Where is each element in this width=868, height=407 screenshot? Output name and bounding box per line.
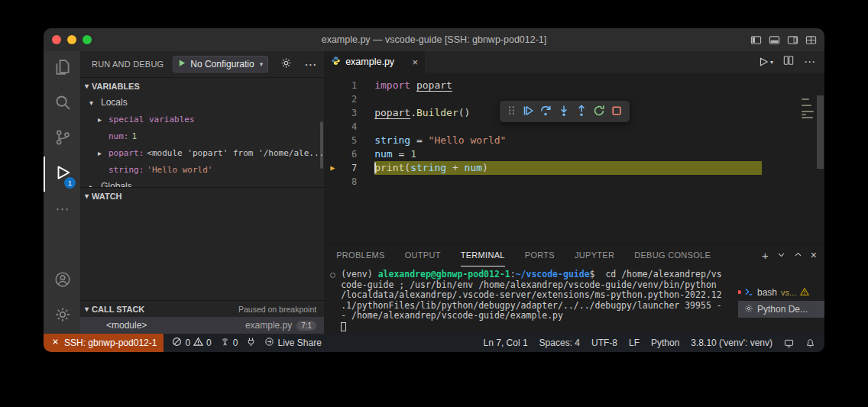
variable-num[interactable]: num: 1 — [80, 128, 324, 144]
remote-indicator[interactable]: SSH: gbnwp-pod012-1 — [44, 334, 164, 352]
chevron-down-icon: ▾ — [85, 192, 89, 200]
panel-tab-output[interactable]: OUTPUT — [405, 244, 441, 266]
editor-scrollbar[interactable] — [817, 95, 824, 169]
titlebar[interactable]: example.py — vscode-guide [SSH: gbnwp-po… — [44, 28, 824, 51]
code-line-8[interactable]: 8 — [324, 175, 824, 189]
close-panel-icon[interactable]: × — [811, 249, 817, 261]
port-forward-indicator[interactable]: 0 — [220, 337, 238, 349]
terminal-tab-python-debug[interactable]: Python De... — [738, 301, 824, 318]
tab-example-py[interactable]: example.py × — [324, 51, 425, 73]
panel-tab-jupyter[interactable]: JUPYTER — [575, 244, 614, 266]
split-editor-icon[interactable] — [783, 55, 794, 69]
debug-settings-gear-icon[interactable] — [280, 57, 292, 71]
variables-header-label: VARIABLES — [92, 82, 140, 91]
window-title: example.py — vscode-guide [SSH: gbnwp-po… — [44, 34, 824, 45]
activity-additional-views[interactable]: ⋯ — [44, 192, 80, 227]
debug-step-out-icon[interactable] — [575, 105, 588, 119]
ports-indicator[interactable] — [246, 337, 256, 349]
terminal-error-dot-icon — [738, 290, 741, 294]
new-terminal-icon[interactable]: + — [762, 249, 769, 262]
more-views-icon: ⋯ — [56, 201, 70, 218]
sidebar-scrollbar[interactable] — [320, 121, 323, 169]
code-line-1[interactable]: 1import popart — [324, 79, 824, 92]
panel-tab-debug-console[interactable]: DEBUG CONSOLE — [634, 244, 711, 266]
toggle-sidebar-icon[interactable] — [750, 34, 762, 46]
run-python-file-icon[interactable]: ▾ — [758, 57, 773, 67]
debug-current-line-arrow: ▶ — [330, 164, 335, 172]
tab-label: example.py — [345, 57, 394, 67]
python-file-icon — [331, 56, 341, 68]
bottom-panel: PROBLEMSOUTPUTTERMINALPORTSJUPYTERDEBUG … — [324, 243, 824, 334]
scope-globals[interactable]: ▸ Globals — [80, 178, 324, 187]
start-debug-icon[interactable] — [178, 59, 186, 69]
warning-icon — [800, 287, 809, 299]
code-editor[interactable]: 1import popart23popart.Builder()45string… — [324, 73, 824, 243]
views-more-actions-icon[interactable]: ⋯ — [304, 57, 317, 72]
code-line-7[interactable]: ▶7print(string + num) — [324, 161, 824, 175]
panel-tab-ports[interactable]: PORTS — [525, 244, 555, 266]
activity-run-and-debug[interactable]: 1 — [44, 157, 80, 192]
gear-icon — [54, 306, 71, 326]
toggle-panel-icon[interactable] — [769, 34, 780, 46]
close-window-button[interactable] — [52, 35, 61, 44]
frame-name: <module> — [106, 320, 147, 331]
remote-explorer-icon[interactable] — [784, 338, 794, 348]
watch-section-header[interactable]: ▾ WATCH — [80, 187, 324, 204]
cursor-position[interactable]: Ln 7, Col 1 — [484, 338, 528, 348]
debug-step-into-icon[interactable] — [558, 105, 570, 119]
live-share-icon — [264, 337, 274, 349]
call-stack-section-header[interactable]: ▾ CALL STACK Paused on breakpoint — [80, 300, 324, 317]
activity-settings[interactable] — [44, 299, 80, 334]
maximize-window-button[interactable] — [83, 35, 92, 44]
debug-continue-icon[interactable] — [522, 105, 534, 119]
debug-restart-icon[interactable] — [593, 105, 605, 119]
watch-header-label: WATCH — [92, 192, 122, 201]
debug-stop-icon[interactable] — [611, 105, 623, 119]
notifications-bell-icon[interactable] — [805, 338, 815, 348]
problems-indicator[interactable]: 0 0 — [172, 337, 211, 349]
activity-accounts[interactable] — [44, 263, 80, 299]
minimap[interactable] — [802, 99, 814, 123]
debug-config-dropdown[interactable]: No Configuratio ▾ — [173, 56, 268, 73]
eol-sequence[interactable]: LF — [629, 338, 640, 348]
terminal-dropdown-icon[interactable] — [777, 248, 785, 262]
remote-icon — [50, 337, 60, 349]
maximize-panel-icon[interactable] — [794, 248, 802, 262]
toggle-secondary-sidebar-icon[interactable] — [787, 34, 798, 46]
close-tab-icon[interactable]: × — [413, 57, 419, 68]
variable-special[interactable]: ▸ special variables — [80, 111, 324, 128]
command-decoration-icon[interactable] — [330, 273, 335, 278]
run-and-debug-sidebar: RUN AND DEBUG No Configuratio ▾ ⋯ ▾ VARI… — [80, 51, 324, 334]
window-controls — [52, 35, 92, 44]
terminal-tab-bash[interactable]: bash vs... — [738, 284, 824, 301]
live-share-button[interactable]: Live Share — [264, 337, 321, 349]
minimize-window-button[interactable] — [67, 35, 76, 44]
terminal-tabs-list: bash vs... Python De... — [738, 284, 824, 318]
customize-layout-icon[interactable] — [805, 34, 817, 46]
code-line-6[interactable]: 6num = 1 — [324, 147, 824, 161]
scope-locals[interactable]: ▾ Locals — [80, 94, 324, 111]
variable-popart[interactable]: ▸ popart: <module 'popart' from '/home/a… — [80, 144, 324, 161]
drag-handle-icon[interactable] — [507, 105, 517, 118]
indentation[interactable]: Spaces: 4 — [539, 338, 580, 348]
code-line-5[interactable]: 5string = "Hello world" — [324, 134, 824, 147]
editor-more-actions-icon[interactable]: ⋯ — [804, 55, 815, 69]
debug-badge: 1 — [64, 177, 76, 189]
panel-tab-terminal[interactable]: TERMINAL — [461, 244, 505, 266]
activity-source-control[interactable] — [44, 121, 80, 157]
encoding[interactable]: UTF-8 — [591, 338, 617, 348]
watch-body[interactable] — [80, 204, 324, 300]
variable-string[interactable]: string: 'Hello world' — [80, 161, 324, 178]
activity-search[interactable] — [44, 86, 80, 121]
panel-tab-problems[interactable]: PROBLEMS — [336, 244, 385, 266]
python-interpreter[interactable]: 3.8.10 ('venv': venv) — [691, 338, 772, 348]
chevron-right-icon: ▸ — [98, 149, 105, 157]
activity-explorer[interactable] — [44, 51, 80, 86]
call-stack-frame[interactable]: <module> example.py 7:1 — [80, 317, 324, 334]
language-mode[interactable]: Python — [651, 338, 679, 348]
variables-section-header[interactable]: ▾ VARIABLES — [80, 77, 324, 94]
debug-step-over-icon[interactable] — [539, 105, 552, 119]
search-icon — [54, 94, 71, 114]
error-icon — [172, 337, 182, 349]
plug-icon — [246, 337, 256, 349]
